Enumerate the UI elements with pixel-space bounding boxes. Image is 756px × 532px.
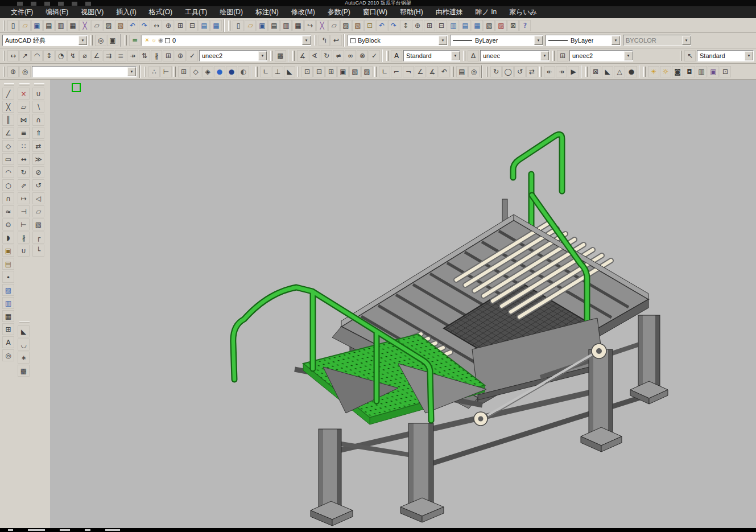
open-button[interactable]: ▱ (19, 20, 31, 31)
fillet-button[interactable]: ◡ (18, 339, 30, 350)
arc-button[interactable]: ◠ (2, 166, 14, 178)
gradient-button[interactable]: ▥ (2, 297, 14, 309)
break-button[interactable]: ∦ (18, 232, 30, 244)
rotate-faces-button[interactable]: ↺ (32, 179, 44, 191)
redo-button[interactable]: ↷ (139, 20, 150, 31)
menu-format[interactable]: 格式(O) (143, 6, 179, 18)
fly-button[interactable]: ↠ (556, 66, 567, 77)
tool-palettes-button[interactable]: ▦ (472, 20, 483, 31)
menu-plugin-1[interactable]: 由柞逋妹 (429, 6, 469, 18)
preview-button[interactable]: ▥ (280, 20, 292, 31)
view-bottom-button[interactable]: ⊟ (313, 66, 325, 77)
swivel-button[interactable]: ⇄ (526, 66, 538, 77)
copy-to-clipboard-button[interactable]: ▱ (328, 20, 340, 31)
menu-draw[interactable]: 绘图(D) (213, 6, 249, 18)
line-button[interactable]: ╱ (2, 88, 14, 100)
erase-button[interactable]: × (18, 88, 30, 100)
revision-cloud-button[interactable]: ∩ (2, 192, 14, 204)
named-views-button[interactable]: ▤ (456, 66, 468, 77)
save-file-button[interactable]: ▣ (257, 20, 268, 31)
toolbar-grip[interactable] (4, 83, 14, 85)
scale-button[interactable]: ⇗ (18, 179, 30, 191)
mirror-button[interactable]: ⋈ (18, 114, 30, 126)
view-control-combo-arrow-icon[interactable]: ▼ (127, 67, 136, 76)
solid-sphere-button[interactable]: ● (626, 66, 637, 77)
workspace-combo-arrow-icon[interactable]: ▼ (79, 36, 87, 45)
dim-style-current-combo[interactable]: uneec2 ▼ (199, 50, 267, 61)
table-style-combo[interactable]: uneec2 ▼ (569, 50, 633, 61)
toolbar-grip[interactable] (34, 83, 44, 85)
pan-button[interactable]: ↔ (151, 20, 162, 31)
point-button[interactable]: ∙ (2, 271, 14, 283)
visual-2d-wireframe-button[interactable]: ⊞ (178, 66, 189, 77)
designcenter-palette-button[interactable]: ▤ (460, 20, 471, 31)
dim-angular-button[interactable]: ∠ (91, 50, 102, 61)
dim-style-combo[interactable]: uneec ▼ (480, 50, 550, 61)
dim-inspect-button[interactable]: ✓ (187, 50, 198, 61)
ucs-previous-button[interactable]: ↶ (439, 66, 450, 77)
explode-button[interactable]: ∗ (18, 352, 30, 364)
visual-hidden-button[interactable]: ◈ (202, 66, 213, 77)
view-ne-iso-button[interactable]: ▨ (361, 66, 373, 77)
lineweight-combo[interactable]: ByLayer ▼ (546, 35, 621, 46)
dim-baseline-button[interactable]: ≡ (115, 50, 126, 61)
menu-modify[interactable]: 修改(M) (285, 6, 321, 18)
dim-style-current-arrow-icon[interactable]: ▼ (258, 51, 267, 60)
multiline-text-button[interactable]: A (2, 336, 14, 348)
linetype-combo[interactable]: ByLayer ▼ (450, 35, 543, 46)
workspace-save-button[interactable]: ▣ (107, 35, 118, 46)
multileader-style-combo[interactable]: Standard ▼ (697, 50, 754, 61)
zoom-rt-button[interactable]: ⊕ (412, 20, 423, 31)
color-edges-button[interactable]: └ (32, 245, 44, 257)
properties-palette-button[interactable]: ▥ (448, 20, 459, 31)
multiline-button[interactable]: ║ (2, 114, 14, 126)
markup-set-manager-button[interactable]: ▨ (495, 20, 507, 31)
copy-clip-button[interactable]: ▱ (91, 20, 102, 31)
table-style-combo-arrow-icon[interactable]: ▼ (624, 51, 633, 60)
layer-properties-manager-button[interactable]: ≡ (129, 35, 141, 46)
array-button[interactable]: ∷ (18, 140, 30, 152)
ucs-world-button[interactable]: ⊥ (272, 66, 283, 77)
draw-order-button[interactable]: ▩ (18, 365, 30, 377)
free-orbit-button[interactable]: ◯ (502, 66, 514, 77)
view-left-button[interactable]: ⊞ (325, 66, 337, 77)
zoom-window-tool-button[interactable]: ⊕ (7, 66, 19, 77)
properties-button[interactable]: ▤ (199, 20, 210, 31)
render-region-button[interactable]: ▥ (696, 66, 707, 77)
visual-shaded-button[interactable]: ◐ (238, 66, 249, 77)
stretch-button[interactable]: ↦ (18, 192, 30, 204)
make-block-button[interactable]: ▤ (2, 258, 14, 270)
view-control-combo[interactable]: ▼ (32, 66, 137, 77)
multileader-style-button[interactable]: ↖ (684, 50, 696, 61)
menu-insert[interactable]: 插入(I) (110, 6, 142, 18)
constrained-orbit-button[interactable]: ↻ (490, 66, 502, 77)
quick-calc-button[interactable]: ⊠ (507, 20, 519, 31)
polygon-button[interactable]: ◇ (2, 140, 14, 152)
undo-2-button[interactable]: ↶ (376, 20, 387, 31)
union-button[interactable]: ∪ (32, 88, 44, 100)
solid-box-button[interactable]: ⊠ (590, 66, 601, 77)
intersect-button[interactable]: ∩ (32, 114, 44, 126)
extrude-faces-button[interactable]: ⇑ (32, 127, 44, 139)
ucs-z-button[interactable]: ¬ (403, 66, 414, 77)
dim-reassociate-button[interactable]: ∞ (345, 50, 356, 61)
taper-faces-button[interactable]: ◁ (32, 192, 44, 204)
undo-button[interactable]: ↶ (127, 20, 138, 31)
zoom-win-button[interactable]: ⊞ (424, 20, 435, 31)
block-editor-button[interactable]: ⊡ (364, 20, 375, 31)
multileader-style-combo-arrow-icon[interactable]: ▼ (745, 51, 753, 60)
dim-style-apply-button[interactable]: ✓ (369, 50, 380, 61)
ellipse-button[interactable]: ⊖ (2, 218, 14, 230)
zoom-window-button[interactable]: ⊞ (175, 20, 186, 31)
menu-tools[interactable]: 工具(T) (179, 6, 213, 18)
sheet-set-manager-button[interactable]: ▧ (484, 20, 495, 31)
dim-linear-button[interactable]: ↔ (7, 50, 19, 61)
dim-jogged-button[interactable]: ↯ (67, 50, 79, 61)
trim-button[interactable]: ⊣ (18, 205, 30, 217)
join-button[interactable]: ∪ (18, 245, 30, 257)
paste-clip-button[interactable]: ▨ (340, 20, 352, 31)
table-style-button[interactable]: ⊞ (557, 50, 568, 61)
redo-2-button[interactable]: ↷ (388, 20, 399, 31)
zoom-realtime-button[interactable]: ⊕ (163, 20, 174, 31)
pan-realtime-button[interactable]: ↕ (400, 20, 411, 31)
